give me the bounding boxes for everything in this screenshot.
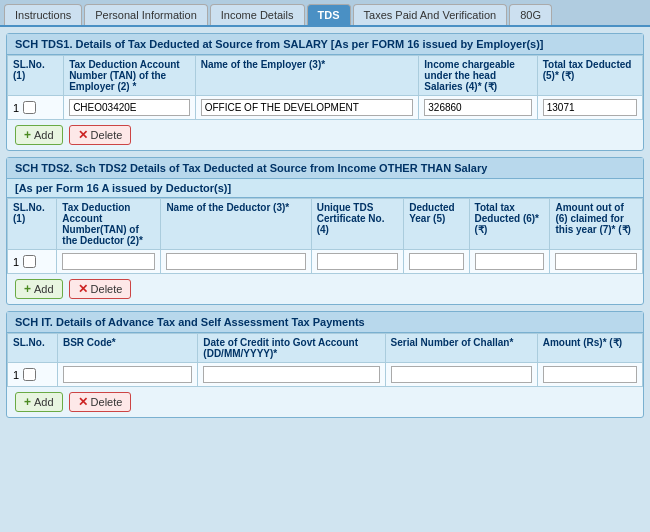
tds2-col-total: Total tax Deducted (6)* (₹) xyxy=(469,199,550,250)
tds1-col-slno: SL.No. (1) xyxy=(8,56,64,96)
tds2-add-label: Add xyxy=(34,283,54,295)
tds2-section: SCH TDS2. Sch TDS2 Details of Tax Deduct… xyxy=(6,157,644,305)
schit-date-input-1[interactable] xyxy=(203,366,379,383)
tds2-col-name: Name of the Deductor (3)* xyxy=(161,199,311,250)
tds2-add-button[interactable]: + Add xyxy=(15,279,63,299)
tds2-tan-input-1[interactable] xyxy=(62,253,155,270)
tds1-section: SCH TDS1. Details of Tax Deducted at Sou… xyxy=(6,33,644,151)
tab-income-details[interactable]: Income Details xyxy=(210,4,305,25)
schit-serial-input-1[interactable] xyxy=(391,366,532,383)
schit-row-1: 1 xyxy=(8,363,643,387)
tab-personal-information[interactable]: Personal Information xyxy=(84,4,208,25)
tds1-tan-input-1[interactable] xyxy=(69,99,190,116)
tds2-amount-cell-1 xyxy=(550,250,643,274)
tds2-name-input-1[interactable] xyxy=(166,253,305,270)
tds1-add-label: Add xyxy=(34,129,54,141)
schit-add-label: Add xyxy=(34,396,54,408)
schit-actions: + Add ✕ Delete xyxy=(7,387,643,417)
tds1-row-1: 1 xyxy=(8,96,643,120)
tds2-row-1: 1 xyxy=(8,250,643,274)
tds2-tan-cell-1 xyxy=(57,250,161,274)
schit-slno-label-1: 1 xyxy=(13,369,19,381)
schit-checkbox-1[interactable] xyxy=(23,368,36,381)
schit-col-serial: Serial Number of Challan* xyxy=(385,334,537,363)
tds2-header: SCH TDS2. Sch TDS2 Details of Tax Deduct… xyxy=(7,158,643,179)
schit-col-slno: SL.No. xyxy=(8,334,58,363)
tds1-slno-label-1: 1 xyxy=(13,102,19,114)
tds2-delete-button[interactable]: ✕ Delete xyxy=(69,279,132,299)
tds1-actions: + Add ✕ Delete xyxy=(7,120,643,150)
tab-80g[interactable]: 80G xyxy=(509,4,552,25)
tds2-delete-label: Delete xyxy=(91,283,123,295)
schit-bsr-input-1[interactable] xyxy=(63,366,192,383)
tab-bar: Instructions Personal Information Income… xyxy=(0,0,650,27)
tds1-tan-cell-1 xyxy=(64,96,196,120)
tds2-actions: + Add ✕ Delete xyxy=(7,274,643,304)
tds2-year-input-1[interactable] xyxy=(409,253,463,270)
schit-add-button[interactable]: + Add xyxy=(15,392,63,412)
tds2-col-cert: Unique TDS Certificate No. (4) xyxy=(311,199,403,250)
schit-slno-1: 1 xyxy=(8,363,58,387)
tds1-delete-icon: ✕ xyxy=(78,128,88,142)
tds2-col-amount: Amount out of (6) claimed for this year … xyxy=(550,199,643,250)
tds2-year-cell-1 xyxy=(404,250,469,274)
schit-date-cell-1 xyxy=(198,363,385,387)
tds2-subheader: [As per Form 16 A issued by Deductor(s)] xyxy=(7,179,643,198)
tds2-name-cell-1 xyxy=(161,250,311,274)
tds2-total-cell-1 xyxy=(469,250,550,274)
schit-table: SL.No. BSR Code* Date of Credit into Gov… xyxy=(7,333,643,387)
schit-col-amount: Amount (Rs)* (₹) xyxy=(537,334,642,363)
tds1-totaltax-input-1[interactable] xyxy=(543,99,637,116)
tds2-checkbox-1[interactable] xyxy=(23,255,36,268)
schit-serial-cell-1 xyxy=(385,363,537,387)
schit-header: SCH IT. Details of Advance Tax and Self … xyxy=(7,312,643,333)
tds1-income-input-1[interactable] xyxy=(424,99,531,116)
tab-taxes-paid[interactable]: Taxes Paid And Verification xyxy=(353,4,508,25)
schit-delete-label: Delete xyxy=(91,396,123,408)
schit-delete-icon: ✕ xyxy=(78,395,88,409)
tds1-employer-cell-1 xyxy=(195,96,419,120)
tds2-col-year: Deducted Year (5) xyxy=(404,199,469,250)
tds1-header: SCH TDS1. Details of Tax Deducted at Sou… xyxy=(7,34,643,55)
tds1-col-totaltax: Total tax Deducted (5)* (₹) xyxy=(537,56,642,96)
schit-section: SCH IT. Details of Advance Tax and Self … xyxy=(6,311,644,418)
tds1-col-employer: Name of the Employer (3)* xyxy=(195,56,419,96)
tds1-employer-input-1[interactable] xyxy=(201,99,414,116)
schit-amount-cell-1 xyxy=(537,363,642,387)
schit-delete-button[interactable]: ✕ Delete xyxy=(69,392,132,412)
tds2-slno-label-1: 1 xyxy=(13,256,19,268)
tds2-amount-input-1[interactable] xyxy=(555,253,637,270)
tds1-slno-1: 1 xyxy=(8,96,64,120)
tds2-table: SL.No. (1) Tax Deduction Account Number(… xyxy=(7,198,643,274)
tds2-col-tan: Tax Deduction Account Number(TAN) of the… xyxy=(57,199,161,250)
tds1-delete-label: Delete xyxy=(91,129,123,141)
tds2-add-icon: + xyxy=(24,282,31,296)
schit-amount-input-1[interactable] xyxy=(543,366,637,383)
tds1-totaltax-cell-1 xyxy=(537,96,642,120)
tds1-income-cell-1 xyxy=(419,96,537,120)
tab-instructions[interactable]: Instructions xyxy=(4,4,82,25)
tab-tds[interactable]: TDS xyxy=(307,4,351,25)
tds1-table: SL.No. (1) Tax Deduction Account Number … xyxy=(7,55,643,120)
tds2-delete-icon: ✕ xyxy=(78,282,88,296)
tds2-col-slno: SL.No. (1) xyxy=(8,199,57,250)
tds2-cert-input-1[interactable] xyxy=(317,253,398,270)
tds1-add-icon: + xyxy=(24,128,31,142)
tds1-col-income: Income chargeable under the head Salarie… xyxy=(419,56,537,96)
main-content: SCH TDS1. Details of Tax Deducted at Sou… xyxy=(0,27,650,430)
schit-col-date: Date of Credit into Govt Account (DD/MM/… xyxy=(198,334,385,363)
tds2-slno-1: 1 xyxy=(8,250,57,274)
schit-add-icon: + xyxy=(24,395,31,409)
tds2-total-input-1[interactable] xyxy=(475,253,545,270)
tds1-add-button[interactable]: + Add xyxy=(15,125,63,145)
schit-col-bsr: BSR Code* xyxy=(57,334,197,363)
tds1-checkbox-1[interactable] xyxy=(23,101,36,114)
tds1-delete-button[interactable]: ✕ Delete xyxy=(69,125,132,145)
schit-bsr-cell-1 xyxy=(57,363,197,387)
tds2-cert-cell-1 xyxy=(311,250,403,274)
tds1-col-tan: Tax Deduction Account Number (TAN) of th… xyxy=(64,56,196,96)
